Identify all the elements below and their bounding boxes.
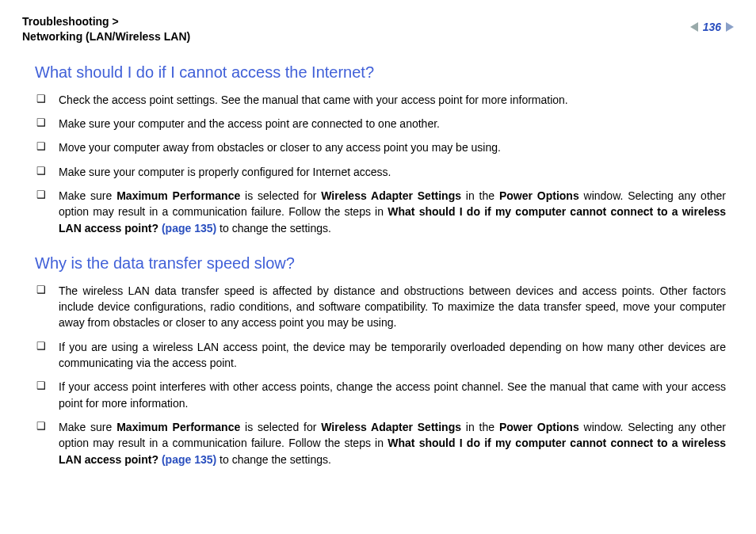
list-item: Check the access point settings. See the…	[36, 88, 726, 112]
breadcrumb-page: Networking (LAN/Wireless LAN)	[22, 30, 190, 43]
page-header: Troubleshooting > Networking (LAN/Wirele…	[22, 14, 734, 44]
next-page-arrow-icon[interactable]	[726, 22, 734, 32]
list-item: Move your computer away from obstacles o…	[36, 135, 726, 159]
list-item: Make sure your computer and the access p…	[36, 112, 726, 135]
page-reference-link[interactable]: (page 135)	[162, 222, 216, 235]
breadcrumb: Troubleshooting > Networking (LAN/Wirele…	[22, 14, 190, 44]
section-heading: Why is the data transfer speed slow?	[35, 254, 734, 273]
list-item: The wireless LAN data transfer speed is …	[36, 279, 726, 335]
page-reference-link[interactable]: (page 135)	[162, 453, 216, 466]
list-item: Make sure your computer is properly conf…	[36, 160, 726, 184]
bullet-list: The wireless LAN data transfer speed is …	[22, 279, 734, 471]
list-item: If your access point interferes with oth…	[36, 375, 726, 415]
section-heading: What should I do if I cannot access the …	[35, 63, 734, 82]
page-number: 136	[703, 21, 721, 33]
page-number-nav: 136	[690, 14, 734, 33]
breadcrumb-section: Troubleshooting >	[22, 15, 119, 28]
prev-page-arrow-icon[interactable]	[690, 22, 698, 32]
list-item: If you are using a wireless LAN access p…	[36, 335, 726, 376]
list-item: Make sure Maximum Performance is selecte…	[36, 184, 726, 240]
bullet-list: Check the access point settings. See the…	[22, 88, 734, 240]
document-page: Troubleshooting > Networking (LAN/Wirele…	[0, 0, 756, 490]
list-item: Make sure Maximum Performance is selecte…	[36, 415, 726, 471]
